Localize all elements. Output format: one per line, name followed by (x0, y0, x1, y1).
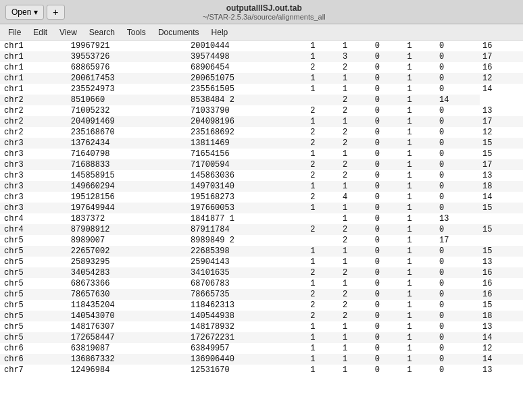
title-bar: Open ▾ + outputallISJ.out.tab ~/STAR-2.5… (0, 0, 523, 24)
table-row: chr418373721841877 110113 (0, 213, 523, 224)
menu-item-documents[interactable]: Documents (153, 26, 205, 38)
table-row: chr31458589151458630362201013 (0, 170, 523, 181)
table-row: chr31951281561951682732401014 (0, 192, 523, 203)
table-row: chr525893295259041431101013 (0, 257, 523, 267)
table-row: chr371688833717005942201017 (0, 159, 523, 170)
title-bar-left: Open ▾ + (5, 5, 65, 20)
table-row: chr12006174532006510751101012 (0, 73, 523, 84)
menu-item-view[interactable]: View (54, 26, 82, 38)
new-tab-button[interactable]: + (47, 5, 64, 20)
menu-item-search[interactable]: Search (84, 26, 120, 38)
table-row: chr168865976689064542201016 (0, 62, 523, 73)
table-row: chr22040914692040981961101017 (0, 116, 523, 127)
open-button[interactable]: Open ▾ (5, 5, 44, 20)
title-path: ~/STAR-2.5.3a/source/alignments_all (65, 13, 464, 21)
table-row: chr31496602941497031401101018 (0, 181, 523, 192)
menu-item-tools[interactable]: Tools (122, 26, 151, 38)
table-row: chr51184352041184623132201015 (0, 300, 523, 311)
table-row: chr371640798716541561101015 (0, 149, 523, 159)
table-row: chr12355249732355615051101014 (0, 84, 523, 95)
open-label: Open (11, 7, 31, 17)
table-row: chr568673366687067831101016 (0, 278, 523, 289)
table-row: chr119967921200104441101016 (0, 41, 523, 51)
table-row: chr31976499441976600531101015 (0, 203, 523, 213)
title-filename: outputallISJ.out.tab (65, 3, 464, 13)
window-title: outputallISJ.out.tab ~/STAR-2.5.3a/sourc… (65, 3, 464, 21)
table-row: chr578657630786657352201016 (0, 289, 523, 300)
table-row: chr22351686702351686922201012 (0, 127, 523, 138)
open-arrow-icon: ▾ (34, 7, 38, 17)
table-row: chr522657002226853981101015 (0, 246, 523, 257)
table-row: chr313762434138114692201015 (0, 138, 523, 149)
table-row: chr271005232710337902201013 (0, 105, 523, 116)
table-row: chr285106608538484 220114 (0, 95, 523, 105)
table-row: chr51481763071481789321101013 (0, 321, 523, 332)
plus-icon: + (53, 7, 58, 18)
menu-bar: FileEditViewSearchToolsDocumentsHelp (0, 24, 523, 41)
table-row: chr139553726395744981301017 (0, 51, 523, 62)
table-row: chr712496984125316701101013 (0, 365, 523, 375)
table-row: chr534054283341016352201016 (0, 267, 523, 278)
table-row: chr663819087638499571101012 (0, 343, 523, 354)
data-table: chr119967921200104441101016chr1395537263… (0, 41, 523, 375)
content-area[interactable]: chr119967921200104441101016chr1395537263… (0, 41, 523, 420)
menu-item-file[interactable]: File (3, 26, 26, 38)
table-row: chr51726584471726722311101014 (0, 332, 523, 343)
table-row: chr487908912879117842201015 (0, 224, 523, 235)
menu-item-help[interactable]: Help (206, 26, 234, 38)
table-row: chr61368673321369064401101014 (0, 354, 523, 365)
table-row: chr589890078989849 220117 (0, 235, 523, 246)
menu-item-edit[interactable]: Edit (28, 26, 53, 38)
table-row: chr51405430701405449382201018 (0, 311, 523, 321)
